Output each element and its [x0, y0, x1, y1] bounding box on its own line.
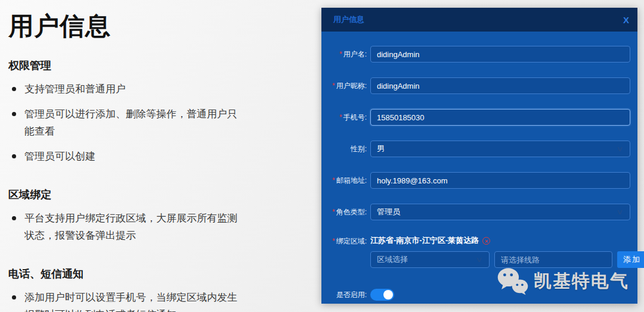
region-field-group: 江苏省-南京市-江宁区-莱茵达路 ✕ 区域选择 ∨ 添加 [370, 235, 644, 268]
line-select-input[interactable] [494, 251, 612, 268]
bullet-icon [12, 154, 16, 158]
list-item: 平台支持用户绑定行政区域，大屏展示所有监测状态，报警设备弹出提示 [12, 210, 321, 244]
nickname-input[interactable] [370, 77, 630, 94]
gender-label: 性别: [326, 144, 367, 154]
section-permissions: 权限管理 支持管理员和普通用户 管理员可以进行添加、删除等操作，普通用户只能查看… [7, 58, 321, 165]
field-row-username: *用户名: [326, 46, 630, 63]
role-select-value: 管理员 [377, 207, 400, 217]
user-info-modal: 用户信息 X *用户名: *用户昵称: *手机号: 性别: 男 ∨ *邮箱地址: [321, 8, 637, 304]
role-label-text: 角色类型: [336, 208, 367, 216]
chevron-down-icon: ∨ [475, 255, 482, 264]
region-label-text: 绑定区域: [336, 237, 367, 245]
username-input[interactable] [370, 46, 630, 63]
add-region-button[interactable]: 添加 [617, 251, 644, 268]
remove-region-icon[interactable]: ✕ [482, 237, 490, 245]
gender-select[interactable]: 男 ∨ [370, 141, 630, 157]
enabled-label: 是否启用: [326, 290, 367, 300]
region-label: *绑定区域: [326, 236, 367, 247]
required-marker: * [339, 50, 342, 58]
field-row-nickname: *用户昵称: [326, 77, 630, 94]
list-item-text: 添加用户时可以设置手机号，当绑定区域内发生报警时可以收到电话或者短信通知 [24, 289, 245, 312]
section-region-binding: 区域绑定 平台支持用户绑定行政区域，大屏展示所有监测状态，报警设备弹出提示 [7, 188, 321, 244]
section-heading-notifications: 电话、短信通知 [8, 267, 321, 281]
required-marker: * [339, 113, 342, 121]
brand-name: 凯基特电气 [534, 269, 629, 294]
field-row-region: *绑定区域: 江苏省-南京市-江宁区-莱茵达路 ✕ 区域选择 ∨ 添加 [326, 235, 630, 268]
role-select[interactable]: 管理员 ∨ [370, 204, 630, 220]
list-item-text: 平台支持用户绑定行政区域，大屏展示所有监测状态，报警设备弹出提示 [24, 210, 245, 244]
phone-label-text: 手机号: [343, 113, 367, 121]
nickname-label: *用户昵称: [326, 81, 367, 91]
section-heading-region-binding: 区域绑定 [8, 188, 321, 202]
phone-label: *手机号: [326, 113, 367, 123]
email-input[interactable] [370, 172, 630, 189]
gender-select-value: 男 [377, 143, 385, 154]
bullet-icon [12, 112, 16, 116]
brand-watermark: 凯基特电气 [497, 267, 629, 295]
required-marker: * [332, 237, 335, 245]
required-marker: * [332, 176, 335, 185]
list-item: 添加用户时可以设置手机号，当绑定区域内发生报警时可以收到电话或者短信通知 [12, 289, 321, 312]
enable-toggle[interactable] [370, 289, 394, 301]
username-label-text: 用户名: [343, 50, 367, 58]
section-notifications: 电话、短信通知 添加用户时可以设置手机号，当绑定区域内发生报警时可以收到电话或者… [7, 267, 321, 312]
chevron-down-icon: ∨ [616, 208, 623, 216]
field-row-role: *角色类型: 管理员 ∨ [326, 204, 630, 220]
field-row-gender: 性别: 男 ∨ [326, 141, 630, 157]
page-title: 用户信息 [8, 10, 321, 43]
email-label-text: 邮箱地址: [336, 176, 367, 185]
modal-title: 用户信息 [333, 14, 364, 25]
chevron-down-icon: ∨ [616, 145, 623, 153]
bullet-icon [12, 87, 16, 91]
bound-region-text: 江苏省-南京市-江宁区-莱茵达路 [370, 235, 479, 246]
region-select[interactable]: 区域选择 ∨ [370, 251, 490, 268]
wechat-icon [497, 267, 529, 295]
list-item-text: 管理员可以创建 [24, 148, 95, 165]
email-label: *邮箱地址: [326, 176, 367, 186]
section-heading-permissions: 权限管理 [8, 58, 321, 73]
role-label: *角色类型: [326, 207, 367, 217]
list-item: 支持管理员和普通用户 [12, 80, 321, 98]
nickname-label-text: 用户昵称: [336, 82, 367, 90]
gender-label-text: 性别: [351, 145, 367, 153]
enabled-label-text: 是否启用: [336, 291, 367, 299]
list-item-text: 支持管理员和普通用户 [24, 80, 126, 98]
list-item-text: 管理员可以进行添加、删除等操作，普通用户只能查看 [24, 105, 245, 140]
feature-description-panel: 用户信息 权限管理 支持管理员和普通用户 管理员可以进行添加、删除等操作，普通用… [0, 0, 321, 312]
username-label: *用户名: [326, 49, 367, 60]
close-icon[interactable]: X [623, 15, 629, 24]
bullet-icon [12, 216, 16, 220]
region-controls: 区域选择 ∨ 添加 [370, 251, 644, 268]
modal-body: *用户名: *用户昵称: *手机号: 性别: 男 ∨ *邮箱地址: *角色类型:… [321, 32, 637, 304]
field-row-email: *邮箱地址: [326, 172, 630, 189]
toggle-knob [383, 290, 393, 299]
list-item: 管理员可以进行添加、删除等操作，普通用户只能查看 [12, 105, 321, 140]
bound-region-tag: 江苏省-南京市-江宁区-莱茵达路 ✕ [370, 235, 644, 246]
field-row-phone: *手机号: [326, 109, 630, 126]
required-marker: * [332, 82, 335, 90]
region-select-value: 区域选择 [377, 254, 408, 265]
bullet-icon [12, 295, 16, 299]
required-marker: * [332, 208, 335, 216]
list-item: 管理员可以创建 [12, 148, 321, 165]
modal-header: 用户信息 X [321, 8, 637, 32]
phone-input[interactable] [370, 109, 630, 126]
